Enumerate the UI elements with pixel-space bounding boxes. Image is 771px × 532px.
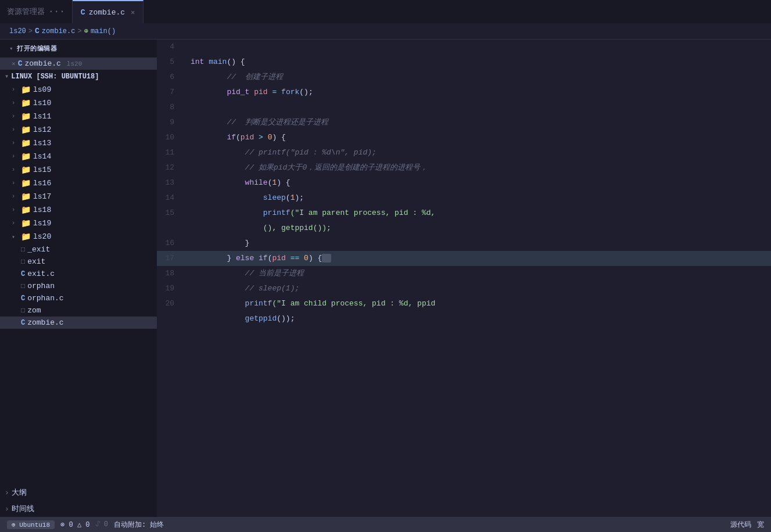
line-content: sleep(1); <box>186 190 771 206</box>
line-number: 11 <box>157 145 186 160</box>
line-content: // 创建子进程 <box>186 70 771 85</box>
code-line-18: 18 // 当前是子进程 <box>157 266 771 281</box>
close-tab-button[interactable]: ✕ <box>131 8 135 17</box>
code-line-15b: (), getppid()); <box>157 221 771 236</box>
explorer-tab[interactable]: 资源管理器 ··· <box>0 0 73 23</box>
folder-icon: 📁 <box>21 178 31 188</box>
line-number: 17 <box>157 251 186 266</box>
folder-name: ls09 <box>33 85 51 94</box>
folder-name: ls20 <box>33 232 51 241</box>
line-content: printf("I am parent process, pid : %d, <box>186 206 771 221</box>
chevron-right-icon: › <box>12 153 19 160</box>
code-line-9: 9 // 判断是父进程还是子进程 <box>157 115 771 130</box>
folder-ls16[interactable]: › 📁 ls16 <box>0 177 157 190</box>
breadcrumb-function[interactable]: main() <box>91 27 116 35</box>
main-layout: ▾ 打开的编辑器 ✕ C zombie.c ls20 ▾ LINUX [SSH:… <box>0 39 771 517</box>
folder-ls09[interactable]: › 📁 ls09 <box>0 83 157 96</box>
code-line-8: 8 <box>157 100 771 115</box>
filename: orphan <box>27 282 55 290</box>
folder-name: ls18 <box>33 206 51 214</box>
breadcrumb-file[interactable]: zombie.c <box>42 27 76 35</box>
line-content: // 如果pid大于0，返回的是创建的子进程的进程号， <box>186 160 771 175</box>
chevron-right-icon: › <box>12 87 19 93</box>
line-content: getppid()); <box>186 311 771 326</box>
remote-label: LINUX [SSH: UBUNTU18] <box>11 73 99 81</box>
chevron-right-icon: › <box>5 505 9 513</box>
open-file-item[interactable]: ✕ C zombie.c ls20 <box>0 57 157 70</box>
folder-ls19[interactable]: › 📁 ls19 <box>0 217 157 230</box>
chevron-down-icon: ▾ <box>9 45 13 52</box>
opened-editors-label: 打开的编辑器 <box>17 44 57 53</box>
line-number: 18 <box>157 266 186 281</box>
filename: exit <box>27 257 45 266</box>
chevron-right-icon: › <box>5 488 9 497</box>
breadcrumb-ls20[interactable]: ls20 <box>9 27 26 35</box>
ssh-status[interactable]: ⊕ Ubuntu18 <box>7 520 55 529</box>
breadcrumb: ls20 > C zombie.c > ⊕ main() <box>0 23 771 39</box>
folder-ls14[interactable]: › 📁 ls14 <box>0 150 157 163</box>
code-line-20b: getppid()); <box>157 311 771 326</box>
file-orphan-c[interactable]: C orphan.c <box>0 292 157 304</box>
code-line-16: 16 } <box>157 236 771 251</box>
dots-icon[interactable]: ··· <box>48 6 65 17</box>
folder-icon: 📁 <box>21 125 31 135</box>
chevron-down-icon: ▾ <box>5 72 9 81</box>
chevron-right-icon: › <box>12 193 19 200</box>
title-bar: 资源管理器 ··· C zombie.c ✕ <box>0 0 771 23</box>
folder-name: ls16 <box>33 179 51 188</box>
folder-ls11[interactable]: › 📁 ls11 <box>0 110 157 123</box>
line-content: (), getppid()); <box>186 221 771 236</box>
error-count: ⊗ 0 △ 0 <box>60 520 89 529</box>
folder-ls13[interactable]: › 📁 ls13 <box>0 136 157 150</box>
code-editor[interactable]: 4 5 int main() { 6 // 创建子进程 7 pid_t pid … <box>157 39 771 517</box>
folder-icon: 📁 <box>21 85 31 95</box>
file-icon: □ <box>21 258 25 266</box>
line-number: 9 <box>157 115 186 130</box>
line-content: // 判断是父进程还是子进程 <box>186 115 771 130</box>
linux-section: ▾ LINUX [SSH: UBUNTU18] <box>0 70 157 83</box>
folder-ls18[interactable]: › 📁 ls18 <box>0 203 157 217</box>
file-zom[interactable]: □ zom <box>0 304 157 317</box>
folder-icon: 📁 <box>21 138 31 148</box>
code-line-20: 20 printf("I am child process, pid : %d,… <box>157 296 771 311</box>
folder-icon: 📁 <box>21 232 31 242</box>
file-zombie-c[interactable]: C zombie.c <box>0 317 157 329</box>
file-icon: □ <box>21 282 25 290</box>
c-file-icon: C <box>81 8 85 17</box>
encoding-label: 宽 <box>757 520 764 530</box>
c-icon: C <box>18 59 23 68</box>
line-content: // 当前是子进程 <box>186 266 771 281</box>
line-number: 19 <box>157 281 186 296</box>
outline-section[interactable]: › 大纲 <box>0 484 157 501</box>
file-exit[interactable]: □ exit <box>0 256 157 268</box>
folder-ls20[interactable]: ▾ 📁 ls20 <box>0 230 157 243</box>
timeline-section[interactable]: › 时间线 <box>0 501 157 517</box>
folder-ls15[interactable]: › 📁 ls15 <box>0 163 157 177</box>
code-line-5: 5 int main() { <box>157 55 771 70</box>
file-orphan[interactable]: □ orphan <box>0 280 157 292</box>
folder-icon: 📁 <box>21 192 31 202</box>
folder-ls17[interactable]: › 📁 ls17 <box>0 190 157 203</box>
open-filename: zombie.c <box>24 59 60 68</box>
chevron-right-icon: › <box>12 180 19 186</box>
sidebar: ▾ 打开的编辑器 ✕ C zombie.c ls20 ▾ LINUX [SSH:… <box>0 39 157 517</box>
line-content: int main() { <box>186 55 771 70</box>
auto-save-label: 自动附加: 始终 <box>114 520 164 530</box>
file-exit-c[interactable]: C exit.c <box>0 268 157 280</box>
line-number: 20 <box>157 296 186 311</box>
code-line-4: 4 <box>157 39 771 55</box>
close-icon[interactable]: ✕ <box>12 60 16 67</box>
code-area[interactable]: 4 5 int main() { 6 // 创建子进程 7 pid_t pid … <box>157 39 771 517</box>
file-icon: □ <box>21 307 25 315</box>
folder-ls10[interactable]: › 📁 ls10 <box>0 96 157 110</box>
status-left: ⊕ Ubuntu18 ⊗ 0 △ 0 ⑀ 0 自动附加: 始终 <box>7 520 723 530</box>
line-number: 7 <box>157 85 186 100</box>
chevron-down-icon: ▾ <box>12 233 19 240</box>
code-line-11: 11 // printf("pid : %d\n", pid); <box>157 145 771 160</box>
folder-name: ls19 <box>33 219 51 228</box>
folder-icon: 📁 <box>21 98 31 108</box>
file-exit-binary[interactable]: □ _exit <box>0 243 157 256</box>
file-tab[interactable]: C zombie.c ✕ <box>73 0 144 23</box>
folder-ls12[interactable]: › 📁 ls12 <box>0 123 157 136</box>
line-number: 12 <box>157 160 186 175</box>
